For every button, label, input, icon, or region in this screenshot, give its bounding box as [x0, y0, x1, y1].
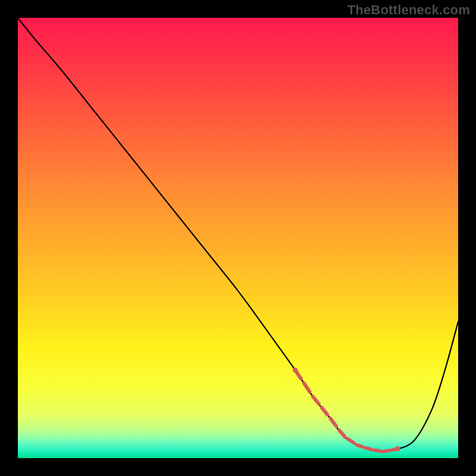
- plot-area: [18, 18, 458, 458]
- trough-dash: [383, 450, 389, 452]
- trough-dash: [313, 396, 319, 403]
- chart-frame: TheBottleneck.com: [0, 0, 476, 476]
- trough-dash: [348, 439, 354, 443]
- bottleneck-curve-path: [18, 18, 458, 452]
- trough-dash: [330, 418, 336, 426]
- trough-dash: [339, 430, 345, 437]
- bottleneck-curve-svg: [18, 18, 458, 458]
- trough-dash: [322, 408, 328, 415]
- attribution-text: TheBottleneck.com: [347, 2, 470, 18]
- trough-marker-group: [293, 368, 400, 452]
- trough-dash: [357, 445, 363, 447]
- trough-dash: [374, 450, 380, 451]
- trough-dot: [395, 446, 400, 451]
- trough-dot: [293, 368, 298, 372]
- trough-dash: [304, 383, 310, 392]
- trough-dash: [366, 448, 372, 450]
